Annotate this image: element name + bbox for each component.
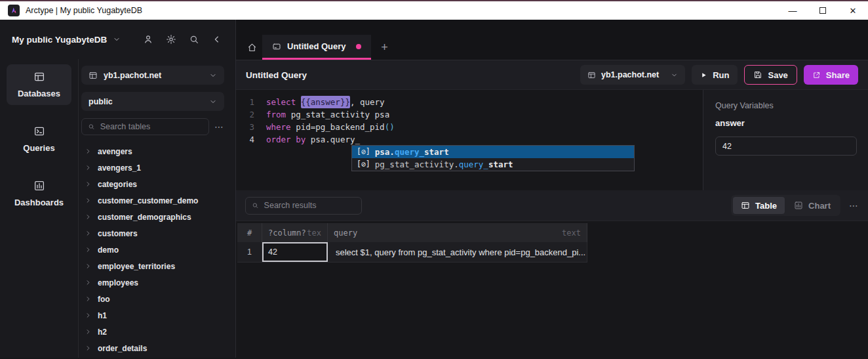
connection-dropdown[interactable]: yb1.pachot.net bbox=[580, 65, 685, 85]
results-table-header: # ?column?tex querytext bbox=[237, 223, 587, 242]
chevron-right-icon bbox=[85, 345, 92, 352]
table-icon bbox=[741, 201, 750, 210]
search-tables-input[interactable] bbox=[100, 122, 203, 131]
table-row[interactable]: h2 bbox=[81, 324, 224, 340]
chevron-down-icon bbox=[113, 35, 121, 43]
table-row[interactable]: demo bbox=[81, 242, 224, 258]
workspace-name: My public YugabyteDB bbox=[12, 35, 107, 45]
column-type: tex bbox=[307, 228, 321, 238]
schema-selector[interactable]: public bbox=[81, 92, 224, 111]
table-row[interactable]: foo bbox=[81, 291, 224, 307]
chevron-right-icon bbox=[85, 246, 92, 253]
autocomplete-item[interactable]: [⊘] psa.query_start bbox=[352, 146, 634, 158]
connection-selector[interactable]: yb1.pachot.net bbox=[81, 66, 224, 85]
nav-label: Dashboards bbox=[14, 198, 64, 207]
table-row[interactable]: order_details bbox=[81, 340, 224, 356]
header-icons bbox=[143, 34, 222, 45]
home-tab-button[interactable] bbox=[241, 35, 262, 60]
query-tab-icon bbox=[272, 42, 281, 51]
code-line: 2from pg_stat_activity psa bbox=[236, 108, 703, 121]
table-row[interactable]: customer_customer_demo bbox=[81, 192, 224, 209]
search-icon bbox=[88, 123, 95, 131]
query-cell[interactable]: select $1, query from pg_stat_activity w… bbox=[328, 242, 587, 262]
save-button[interactable]: Save bbox=[744, 65, 797, 85]
sql-editor[interactable]: 1select {{answer}}, query 2from pg_stat_… bbox=[236, 90, 703, 190]
chevron-right-icon bbox=[85, 213, 92, 221]
code-line: 4order by psa.query_ bbox=[236, 133, 703, 146]
table-row[interactable]: h1 bbox=[81, 307, 224, 324]
results-section: Table Chart ⋯ # ?column?tex que bbox=[236, 190, 868, 358]
chevron-right-icon bbox=[85, 328, 92, 335]
results-more-button[interactable]: ⋯ bbox=[849, 200, 859, 211]
chevron-right-icon bbox=[85, 312, 92, 319]
workspace-selector[interactable]: My public YugabyteDB bbox=[12, 35, 121, 45]
autocomplete-item[interactable]: [⊘] pg_stat_activity.query_start bbox=[352, 158, 634, 171]
schema-name: public bbox=[89, 97, 209, 106]
column-header-row-number[interactable]: # bbox=[237, 223, 262, 242]
variable-chip: {{answer}} bbox=[301, 96, 350, 108]
query-variables-panel: Query Variables answer bbox=[703, 90, 868, 190]
sidebar-item-dashboards[interactable]: Dashboards bbox=[7, 173, 71, 214]
variable-value-input[interactable] bbox=[715, 137, 857, 156]
tables-more-button[interactable]: ⋯ bbox=[214, 121, 224, 132]
window-controls: — ✕ bbox=[778, 1, 868, 20]
search-results-input[interactable] bbox=[264, 201, 355, 210]
sidebar-item-databases[interactable]: Databases bbox=[7, 64, 71, 105]
tables-panel: yb1.pachot.net public ⋯ avengers ave bbox=[79, 59, 235, 358]
code-line: 1select {{answer}}, query bbox=[236, 96, 703, 108]
queries-icon bbox=[33, 125, 45, 137]
column-header-column1[interactable]: ?column?tex bbox=[262, 223, 328, 242]
titlebar: Arctype | My public YugabyteDB — ✕ bbox=[0, 0, 868, 20]
chevron-right-icon bbox=[85, 263, 92, 270]
search-tables-box bbox=[81, 118, 209, 135]
tab-label: Untitled Query bbox=[287, 41, 346, 51]
workspace-header: My public YugabyteDB bbox=[0, 20, 235, 59]
unsaved-dot bbox=[356, 44, 361, 49]
save-icon bbox=[753, 70, 762, 79]
table-row[interactable]: avengers bbox=[81, 143, 224, 159]
view-toggle: Table Chart bbox=[731, 195, 840, 216]
table-row[interactable]: categories bbox=[81, 176, 224, 192]
chevron-right-icon bbox=[85, 148, 92, 155]
chevron-down-icon bbox=[209, 98, 217, 106]
table-row[interactable]: employees bbox=[81, 274, 224, 291]
close-button[interactable]: ✕ bbox=[838, 1, 868, 20]
minimize-button[interactable]: — bbox=[778, 1, 808, 20]
table-row[interactable]: customer_demographics bbox=[81, 209, 224, 225]
chart-view-button[interactable]: Chart bbox=[786, 197, 838, 214]
connection-name: yb1.pachot.net bbox=[104, 71, 209, 80]
nav-label: Queries bbox=[23, 143, 54, 153]
new-tab-button[interactable]: + bbox=[371, 35, 399, 60]
sidebar-item-queries[interactable]: Queries bbox=[7, 119, 71, 159]
column-header-query[interactable]: querytext bbox=[328, 223, 587, 242]
collapse-sidebar-icon[interactable] bbox=[212, 34, 222, 45]
table-row[interactable]: customers bbox=[81, 225, 224, 242]
row-number-cell[interactable]: 1 bbox=[237, 242, 262, 262]
tab-untitled-query[interactable]: Untitled Query bbox=[262, 35, 371, 60]
user-icon[interactable] bbox=[143, 34, 153, 45]
column-type: text bbox=[562, 228, 581, 238]
column-icon: [⊘] bbox=[357, 158, 370, 171]
maximize-button[interactable] bbox=[808, 1, 838, 20]
table-view-button[interactable]: Table bbox=[733, 197, 785, 214]
table-row[interactable]: employee_territories bbox=[81, 258, 224, 274]
search-icon bbox=[252, 201, 259, 209]
table-icon bbox=[89, 71, 98, 80]
search-icon[interactable] bbox=[189, 34, 199, 45]
share-button[interactable]: Share bbox=[804, 65, 858, 85]
chevron-right-icon bbox=[85, 180, 92, 188]
home-icon bbox=[247, 43, 257, 53]
chevron-right-icon bbox=[85, 197, 92, 204]
chevron-right-icon bbox=[85, 279, 92, 286]
chevron-down-icon bbox=[671, 72, 678, 79]
sidebar: My public YugabyteDB Databases Queries bbox=[0, 20, 236, 358]
selected-cell[interactable]: 42 bbox=[262, 242, 328, 262]
table-row[interactable]: avengers_1 bbox=[81, 159, 224, 176]
results-toolbar: Table Chart ⋯ bbox=[236, 190, 868, 221]
chevron-right-icon bbox=[85, 230, 92, 237]
run-button[interactable]: Run bbox=[692, 65, 738, 85]
gear-icon[interactable] bbox=[166, 34, 176, 45]
chevron-down-icon bbox=[209, 72, 217, 79]
main-area: Untitled Query + Untitled Query yb1.pach… bbox=[236, 20, 868, 358]
table-row: 1 42 select $1, query from pg_stat_activ… bbox=[237, 242, 587, 263]
